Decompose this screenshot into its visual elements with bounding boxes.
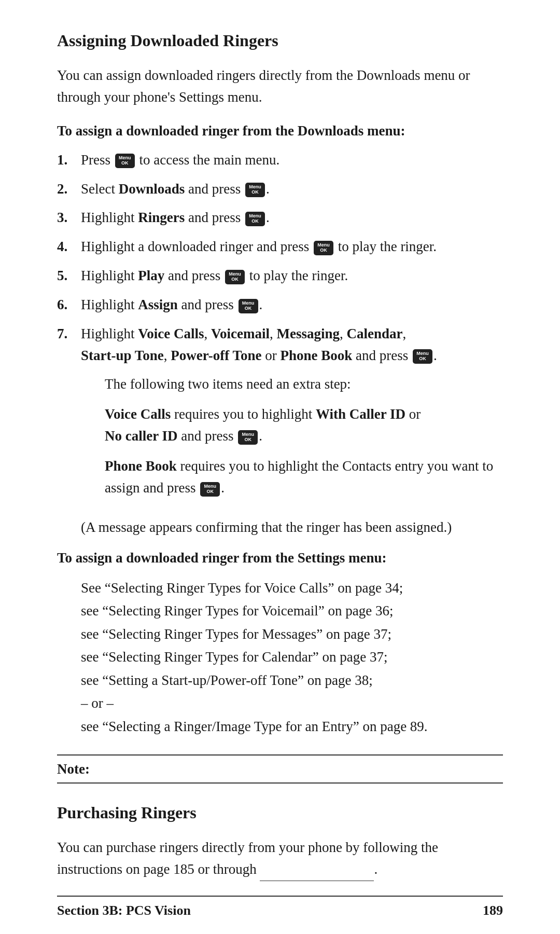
settings-line-7: see “Selecting a Ringer/Image Type for a… [81, 715, 503, 738]
step-2-bold: Downloads [119, 181, 185, 197]
step-6-bold: Assign [138, 297, 178, 312]
step-1-content: Press to access the main menu. [81, 149, 503, 171]
step-7-bold: Voice Calls [138, 326, 204, 341]
note-label: Note: [57, 761, 90, 777]
step-7-bold-7: Phone Book [281, 348, 353, 363]
phone-book-paragraph: Phone Book requires you to highlight the… [105, 456, 503, 499]
purchasing-title: Purchasing Ringers [57, 803, 503, 822]
settings-section: See “Selecting Ringer Types for Voice Ca… [57, 576, 503, 738]
footer-bar: Section 3B: PCS Vision 189 [57, 896, 503, 918]
menu-ok-icon-2 [245, 183, 265, 197]
step-7: 7. Highlight Voice Calls, Voicemail, Mes… [57, 323, 503, 507]
step-7-bold-3: Messaging [277, 326, 340, 341]
voice-calls-bold: Voice Calls [105, 406, 171, 422]
purchasing-period: . [374, 861, 377, 877]
step-2-num: 2. [57, 178, 76, 200]
menu-ok-icon-5 [225, 270, 245, 284]
step-3: 3. Highlight Ringers and press . [57, 207, 503, 229]
menu-ok-icon-7 [413, 349, 432, 364]
settings-heading: To assign a downloaded ringer from the S… [57, 550, 503, 566]
footer-page-number: 189 [483, 903, 503, 918]
settings-line-3: see “Selecting Ringer Types for Messages… [81, 623, 503, 646]
purchasing-paragraph: You can purchase ringers directly from y… [57, 837, 503, 881]
extra-steps-intro: The following two items need an extra st… [105, 374, 503, 395]
menu-ok-icon-vc [238, 430, 258, 445]
settings-line-6: – or – [81, 692, 503, 715]
voice-calls-paragraph: Voice Calls requires you to highlight Wi… [105, 404, 503, 447]
settings-line-1: See “Selecting Ringer Types for Voice Ca… [81, 576, 503, 600]
step-3-num: 3. [57, 207, 76, 229]
settings-line-5: see “Setting a Start-up/Power-off Tone” … [81, 669, 503, 692]
page-body: Assigning Downloaded Ringers You can ass… [0, 0, 560, 922]
settings-text: See “Selecting Ringer Types for Voice Ca… [81, 576, 503, 738]
menu-ok-icon-pb [200, 482, 220, 497]
menu-ok-icon-3 [245, 212, 265, 226]
step-2: 2. Select Downloads and press . [57, 178, 503, 200]
step-6: 6. Highlight Assign and press . [57, 294, 503, 316]
step-6-content: Highlight Assign and press . [81, 294, 503, 316]
step-5: 5. Highlight Play and press to play the … [57, 265, 503, 287]
step-7-bold-4: Calendar [347, 326, 403, 341]
step-5-num: 5. [57, 265, 76, 287]
settings-line-4: see “Selecting Ringer Types for Calendar… [81, 645, 503, 669]
step-3-content: Highlight Ringers and press . [81, 207, 503, 229]
step-4: 4. Highlight a downloaded ringer and pre… [57, 236, 503, 258]
no-caller-id-bold: No caller ID [105, 428, 177, 444]
phone-book-bold: Phone Book [105, 458, 177, 474]
step-7-bold-6: Power-off Tone [171, 348, 261, 363]
step-4-num: 4. [57, 236, 76, 258]
steps-list: 1. Press to access the main menu. 2. Sel… [57, 149, 503, 507]
footer-section-label: Section 3B: PCS Vision [57, 903, 191, 918]
intro-paragraph: You can assign downloaded ringers direct… [57, 65, 503, 108]
with-caller-id-bold: With Caller ID [316, 406, 405, 422]
settings-line-2: see “Selecting Ringer Types for Voicemai… [81, 599, 503, 623]
menu-ok-icon-4 [314, 241, 333, 255]
step-5-bold: Play [138, 268, 164, 283]
purchasing-blank [260, 859, 374, 881]
step-2-content: Select Downloads and press . [81, 178, 503, 200]
downloads-heading: To assign a downloaded ringer from the D… [57, 123, 503, 139]
purchasing-text-1: You can purchase ringers directly from y… [57, 840, 438, 877]
confirmation-note: (A message appears confirming that the r… [81, 517, 503, 539]
step-7-num: 7. [57, 323, 76, 345]
step-7-content: Highlight Voice Calls, Voicemail, Messag… [81, 323, 503, 507]
section-title: Assigning Downloaded Ringers [57, 31, 503, 50]
menu-ok-icon-1 [115, 154, 135, 168]
step-6-num: 6. [57, 294, 76, 316]
step-4-content: Highlight a downloaded ringer and press … [81, 236, 503, 258]
step-7-bold-2: Voicemail [211, 326, 270, 341]
step-1-num: 1. [57, 149, 76, 171]
note-bar: Note: [57, 754, 503, 784]
step-1: 1. Press to access the main menu. [57, 149, 503, 171]
extra-steps-block: The following two items need an extra st… [105, 374, 503, 499]
menu-ok-icon-6 [239, 299, 258, 313]
step-7-bold-5: Start-up Tone [81, 348, 164, 363]
step-3-bold: Ringers [138, 210, 185, 225]
step-5-content: Highlight Play and press to play the rin… [81, 265, 503, 287]
